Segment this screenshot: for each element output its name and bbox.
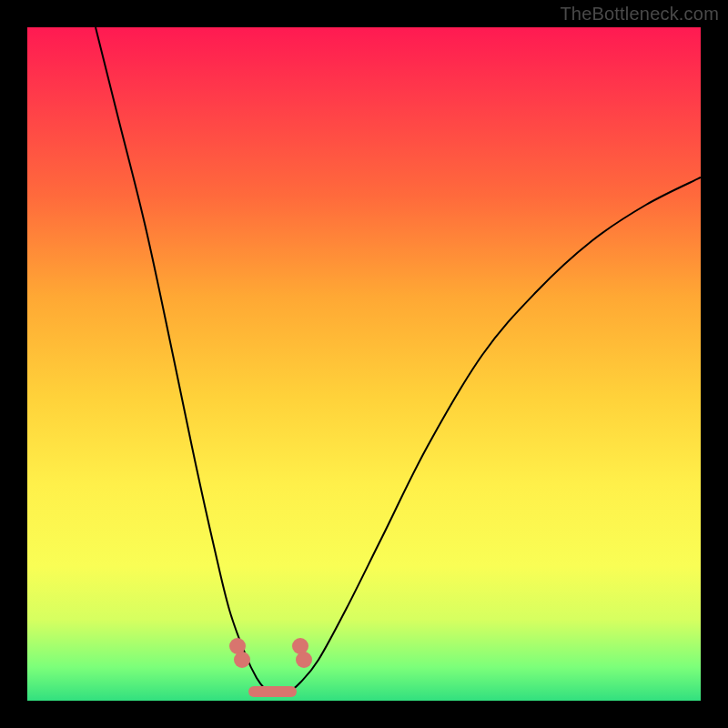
- plot-svg: [27, 27, 701, 701]
- chart-frame: TheBottleneck.com: [0, 0, 728, 728]
- watermark-text: TheBottleneck.com: [560, 4, 719, 25]
- plot-gradient-area: [27, 27, 701, 701]
- curve-left-branch: [96, 27, 275, 696]
- marker-dot: [234, 652, 250, 668]
- marker-dot: [296, 652, 312, 668]
- curve-right-branch: [275, 177, 701, 696]
- marker-cluster: [229, 638, 312, 668]
